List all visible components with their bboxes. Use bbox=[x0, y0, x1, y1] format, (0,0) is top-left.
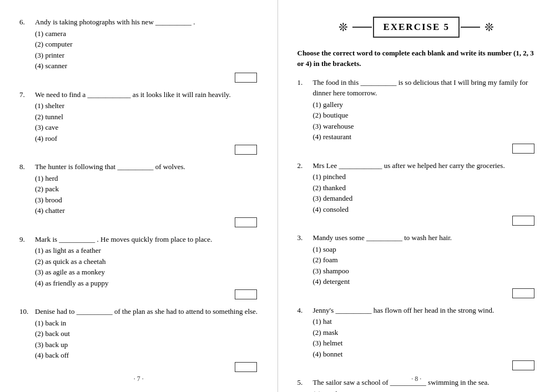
question-r3: 3. Mandy uses some __________ to wash he… bbox=[297, 232, 536, 298]
qr2-options: (1) pinched (2) thanked (3) demanded (4)… bbox=[313, 171, 536, 215]
q6-options: (1) camera (2) computer (3) printer (4) … bbox=[35, 28, 258, 72]
q8-opt1: (1) herd bbox=[35, 173, 258, 184]
book-spread: 6. Andy is taking photographs with his n… bbox=[0, 0, 555, 392]
q10-opt1: (1) back in bbox=[35, 318, 258, 329]
q6-opt1: (1) camera bbox=[35, 28, 258, 39]
qr4-text: Jenny's __________ has flown off her hea… bbox=[313, 305, 536, 316]
qr4-opt2: (2) mask bbox=[313, 327, 536, 338]
right-page: ❊ EXERCISE 5 ❊ Choose the correct word t… bbox=[278, 0, 556, 392]
q8-number: 8. bbox=[19, 161, 35, 172]
qr1-opt2: (2) boutique bbox=[313, 110, 536, 121]
q9-bracket[interactable] bbox=[235, 289, 257, 299]
q8-opt2: (2) pack bbox=[35, 184, 258, 195]
q8-opt3: (3) brood bbox=[35, 195, 258, 206]
qr1-opt3: (3) warehouse bbox=[313, 121, 536, 132]
qr5-options: (1) corals (2) penguins (3) dolphins (4)… bbox=[313, 389, 536, 393]
qr3-options: (1) soap (2) foam (3) shampoo (4) deterg… bbox=[313, 244, 536, 287]
q7-opt2: (2) tunnel bbox=[35, 111, 258, 123]
qr1-opt1: (1) gallery bbox=[313, 99, 536, 110]
left-page: 6. Andy is taking photographs with his n… bbox=[0, 0, 278, 392]
qr5-opt1: (1) corals bbox=[313, 389, 536, 393]
q10-text: Denise had to __________ of the plan as … bbox=[35, 306, 258, 317]
qr4-number: 4. bbox=[297, 305, 313, 316]
q10-options: (1) back in (2) back out (3) back up (4)… bbox=[35, 318, 258, 361]
qr2-number: 2. bbox=[297, 160, 313, 171]
q9-opt3: (3) as agile as a monkey bbox=[35, 267, 258, 278]
qr3-opt3: (3) shampoo bbox=[313, 266, 536, 277]
question-r1: 1. The food in this __________ is so del… bbox=[297, 77, 536, 154]
qr1-bracket[interactable] bbox=[512, 144, 534, 154]
qr2-opt1: (1) pinched bbox=[313, 171, 536, 182]
qr2-text: Mrs Lee ____________ us after we helped … bbox=[313, 160, 536, 171]
question-6: 6. Andy is taking photographs with his n… bbox=[19, 17, 258, 83]
left-page-number: · 7 · bbox=[0, 374, 278, 384]
q9-text: Mark is __________ . He moves quickly fr… bbox=[35, 234, 258, 245]
q10-bracket[interactable] bbox=[235, 362, 257, 372]
qr1-options: (1) gallery (2) boutique (3) warehouse (… bbox=[313, 99, 536, 142]
question-r2: 2. Mrs Lee ____________ us after we help… bbox=[297, 160, 536, 226]
qr4-bracket[interactable] bbox=[512, 360, 534, 370]
question-r4: 4. Jenny's __________ has flown off her … bbox=[297, 305, 536, 371]
qr4-opt3: (3) helmet bbox=[313, 338, 536, 349]
q6-text: Andy is taking photographs with his new … bbox=[35, 17, 258, 28]
q6-opt3: (3) printer bbox=[35, 50, 258, 61]
q7-number: 7. bbox=[19, 89, 35, 100]
qr3-opt4: (4) detergent bbox=[313, 276, 536, 287]
q9-options: (1) as light as a feather (2) as quick a… bbox=[35, 245, 258, 288]
deco-left-flourish: ❊ bbox=[339, 19, 348, 35]
q9-number: 9. bbox=[19, 234, 35, 245]
q6-opt4: (4) scanner bbox=[35, 60, 258, 72]
q6-opt2: (2) computer bbox=[35, 39, 258, 50]
q10-opt4: (4) back off bbox=[35, 350, 258, 361]
qr3-number: 3. bbox=[297, 232, 313, 243]
q6-number: 6. bbox=[19, 17, 35, 28]
qr2-bracket[interactable] bbox=[512, 216, 534, 226]
qr1-opt4: (4) restaurant bbox=[313, 131, 536, 142]
exercise-title: EXERCISE 5 bbox=[383, 22, 450, 32]
question-10: 10. Denise had to __________ of the plan… bbox=[19, 306, 258, 372]
qr3-text: Mandy uses some __________ to wash her h… bbox=[313, 232, 536, 243]
question-9: 9. Mark is __________ . He moves quickly… bbox=[19, 234, 258, 300]
q8-bracket[interactable] bbox=[235, 217, 257, 227]
q7-bracket[interactable] bbox=[235, 145, 257, 155]
qr3-opt2: (2) foam bbox=[313, 254, 536, 266]
q9-opt1: (1) as light as a feather bbox=[35, 245, 258, 256]
q8-opt4: (4) chatter bbox=[35, 205, 258, 216]
qr4-options: (1) hat (2) mask (3) helmet (4) bonnet bbox=[313, 316, 536, 359]
qr3-bracket[interactable] bbox=[512, 288, 534, 298]
qr4-opt4: (4) bonnet bbox=[313, 349, 536, 360]
deco-right-flourish: ❊ bbox=[485, 19, 494, 35]
qr2-opt4: (4) consoled bbox=[313, 204, 536, 215]
q7-opt4: (4) roof bbox=[35, 133, 258, 144]
question-7: 7. We need to find a ____________ as it … bbox=[19, 89, 258, 155]
q6-bracket[interactable] bbox=[235, 73, 257, 83]
question-8: 8. The hunter is following that ________… bbox=[19, 161, 258, 227]
qr1-text: The food in this __________ is so delici… bbox=[313, 77, 536, 99]
q10-opt3: (3) back up bbox=[35, 339, 258, 350]
right-page-number: · 8 · bbox=[278, 374, 556, 384]
q8-text: The hunter is following that __________ … bbox=[35, 161, 258, 172]
qr2-opt2: (2) thanked bbox=[313, 182, 536, 194]
qr4-opt1: (1) hat bbox=[313, 316, 536, 327]
q8-options: (1) herd (2) pack (3) brood (4) chatter bbox=[35, 173, 258, 216]
q10-number: 10. bbox=[19, 306, 35, 317]
qr3-opt1: (1) soap bbox=[313, 244, 536, 255]
q9-opt4: (4) as friendly as a puppy bbox=[35, 278, 258, 289]
qr1-number: 1. bbox=[297, 77, 313, 88]
q7-opt1: (1) shelter bbox=[35, 100, 258, 111]
q10-opt2: (2) back out bbox=[35, 328, 258, 339]
q7-opt3: (3) cave bbox=[35, 122, 258, 133]
q7-text: We need to find a ____________ as it loo… bbox=[35, 89, 258, 100]
q7-options: (1) shelter (2) tunnel (3) cave (4) roof bbox=[35, 100, 258, 144]
right-page-instruction: Choose the correct word to complete each… bbox=[297, 48, 536, 69]
exercise-header: ❊ EXERCISE 5 ❊ bbox=[297, 17, 536, 38]
qr2-opt3: (3) demanded bbox=[313, 193, 536, 204]
q9-opt2: (2) as quick as a cheetah bbox=[35, 256, 258, 267]
